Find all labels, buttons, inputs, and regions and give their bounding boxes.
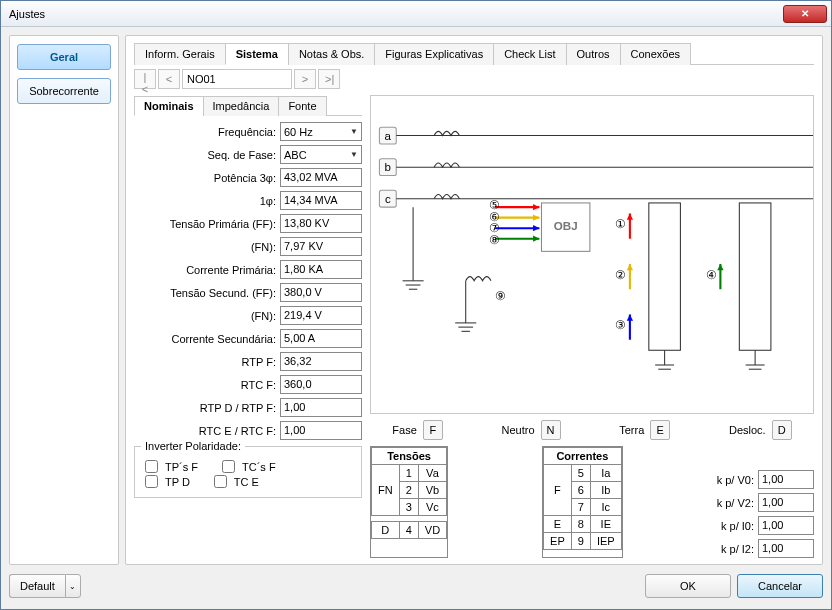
- input-k-v2[interactable]: 1,00: [758, 493, 814, 512]
- legend-neutro-label: Neutro: [502, 424, 535, 436]
- input-k-i2[interactable]: 1,00: [758, 539, 814, 558]
- nav-first-button[interactable]: |<: [134, 69, 156, 89]
- record-nav: |< < > >|: [134, 69, 814, 89]
- main-tabs: Inform. Gerais Sistema Notas & Obs. Figu…: [134, 42, 814, 65]
- svg-text:⑦: ⑦: [489, 222, 500, 234]
- tab-sistema[interactable]: Sistema: [225, 43, 289, 65]
- svg-text:a: a: [385, 130, 392, 142]
- footer: Default ⌄ OK Cancelar: [9, 565, 823, 601]
- label-corrente-prim: Corrente Primária:: [186, 264, 276, 276]
- ok-button[interactable]: OK: [645, 574, 731, 598]
- select-seq-fase[interactable]: ABC▼: [280, 145, 362, 164]
- nav-record-field[interactable]: [182, 69, 292, 89]
- invert-polarity-group: Inverter Polaridade: TP´s F TC´s F TP D …: [134, 446, 362, 498]
- input-tensao-sec-ff[interactable]: 380,0 V: [280, 283, 362, 302]
- input-tensao-sec-fn[interactable]: 219,4 V: [280, 306, 362, 325]
- legend-desloc-button[interactable]: D: [772, 420, 792, 440]
- svg-text:⑧: ⑧: [489, 234, 500, 246]
- subtab-impedancia[interactable]: Impedância: [203, 96, 280, 116]
- label-tensao-sec-fn: (FN):: [251, 310, 276, 322]
- legend-row: FaseF NeutroN TerraE Desloc.D: [370, 414, 814, 446]
- label-tensao-sec-ff: Tensão Secund. (FF):: [170, 287, 276, 299]
- input-rtp-d-f[interactable]: 1,00: [280, 398, 362, 417]
- svg-rect-33: [739, 203, 771, 350]
- nav-last-button[interactable]: >|: [318, 69, 340, 89]
- input-corrente-sec[interactable]: 5,00 A: [280, 329, 362, 348]
- label-k-v0: k p/ V0:: [717, 474, 754, 486]
- input-k-i0[interactable]: 1,00: [758, 516, 814, 535]
- input-potencia-1f[interactable]: 14,34 MVA: [280, 191, 362, 210]
- svg-marker-14: [533, 215, 539, 221]
- chk-tc-e[interactable]: TC E: [210, 472, 259, 491]
- tab-outros[interactable]: Outros: [566, 43, 621, 65]
- legend-terra-button[interactable]: E: [650, 420, 670, 440]
- label-rtc-f: RTC F:: [241, 379, 276, 391]
- subtab-nominais[interactable]: Nominais: [134, 96, 204, 116]
- svg-marker-45: [627, 314, 633, 320]
- sidebar-item-geral[interactable]: Geral: [17, 44, 111, 70]
- correntes-table: Correntes F5Ia 6Ib 7Ic E8IE EP9IEP: [542, 446, 623, 558]
- label-rtp-f: RTP F:: [242, 356, 276, 368]
- tab-checklist[interactable]: Check List: [493, 43, 566, 65]
- label-potencia-1f: 1φ:: [260, 195, 276, 207]
- window-title: Ajustes: [5, 8, 783, 20]
- svg-marker-12: [533, 204, 539, 210]
- input-potencia-3f[interactable]: 43,02 MVA: [280, 168, 362, 187]
- svg-marker-16: [533, 225, 539, 231]
- label-frequencia: Frequência:: [218, 126, 276, 138]
- label-tensao-prim-ff: Tensão Primária (FF):: [170, 218, 276, 230]
- select-frequencia[interactable]: 60 Hz▼: [280, 122, 362, 141]
- svg-marker-18: [533, 236, 539, 242]
- default-button[interactable]: Default: [9, 574, 65, 598]
- svg-marker-43: [627, 264, 633, 270]
- window: Ajustes ✕ Geral Sobrecorrente Inform. Ge…: [0, 0, 832, 610]
- label-rtc-e-f: RTC E / RTC F:: [199, 425, 276, 437]
- input-rtp-f[interactable]: 36,32: [280, 352, 362, 371]
- svg-text:c: c: [385, 193, 391, 205]
- svg-text:OBJ: OBJ: [554, 220, 578, 232]
- label-tensao-prim-fn: (FN):: [251, 241, 276, 253]
- tab-notas-obs[interactable]: Notas & Obs.: [288, 43, 375, 65]
- k-values: k p/ V0:1,00 k p/ V2:1,00 k p/ I0:1,00 k…: [717, 446, 814, 558]
- legend-fase-button[interactable]: F: [423, 420, 443, 440]
- input-k-v0[interactable]: 1,00: [758, 470, 814, 489]
- tab-figuras[interactable]: Figuras Explicativas: [374, 43, 494, 65]
- legend-neutro-button[interactable]: N: [541, 420, 561, 440]
- chevron-down-icon: ⌄: [69, 582, 76, 591]
- svg-rect-32: [649, 203, 681, 350]
- svg-text:①: ①: [615, 218, 626, 230]
- svg-text:③: ③: [615, 319, 626, 331]
- tab-inform-gerais[interactable]: Inform. Gerais: [134, 43, 226, 65]
- invert-title: Inverter Polaridade:: [141, 440, 245, 452]
- cancel-button[interactable]: Cancelar: [737, 574, 823, 598]
- nav-prev-button[interactable]: <: [158, 69, 180, 89]
- chk-tp-d[interactable]: TP D: [141, 472, 190, 491]
- circuit-diagram: a b c: [370, 95, 814, 414]
- label-rtp-d-f: RTP D / RTP F:: [200, 402, 276, 414]
- content-panel: Inform. Gerais Sistema Notas & Obs. Figu…: [125, 35, 823, 565]
- close-button[interactable]: ✕: [783, 5, 827, 23]
- titlebar: Ajustes ✕: [1, 1, 831, 27]
- input-corrente-prim[interactable]: 1,80 KA: [280, 260, 362, 279]
- input-rtc-f[interactable]: 360,0: [280, 375, 362, 394]
- input-tensao-prim-ff[interactable]: 13,80 KV: [280, 214, 362, 233]
- label-k-i0: k p/ I0:: [721, 520, 754, 532]
- legend-fase-label: Fase: [392, 424, 416, 436]
- label-k-v2: k p/ V2:: [717, 497, 754, 509]
- svg-text:⑥: ⑥: [489, 211, 500, 223]
- tab-conexoes[interactable]: Conexões: [620, 43, 692, 65]
- svg-marker-47: [717, 264, 723, 270]
- svg-text:④: ④: [706, 269, 717, 281]
- nav-next-button[interactable]: >: [294, 69, 316, 89]
- input-rtc-e-f[interactable]: 1,00: [280, 421, 362, 440]
- sidebar-item-sobrecorrente[interactable]: Sobrecorrente: [17, 78, 111, 104]
- svg-text:②: ②: [615, 269, 626, 281]
- label-corrente-sec: Corrente Secundária:: [171, 333, 276, 345]
- chevron-down-icon: ▼: [350, 127, 358, 136]
- legend-terra-label: Terra: [619, 424, 644, 436]
- default-dropdown-button[interactable]: ⌄: [65, 574, 81, 598]
- subtab-fonte[interactable]: Fonte: [278, 96, 326, 116]
- chevron-down-icon: ▼: [350, 150, 358, 159]
- input-tensao-prim-fn[interactable]: 7,97 KV: [280, 237, 362, 256]
- label-k-i2: k p/ I2:: [721, 543, 754, 555]
